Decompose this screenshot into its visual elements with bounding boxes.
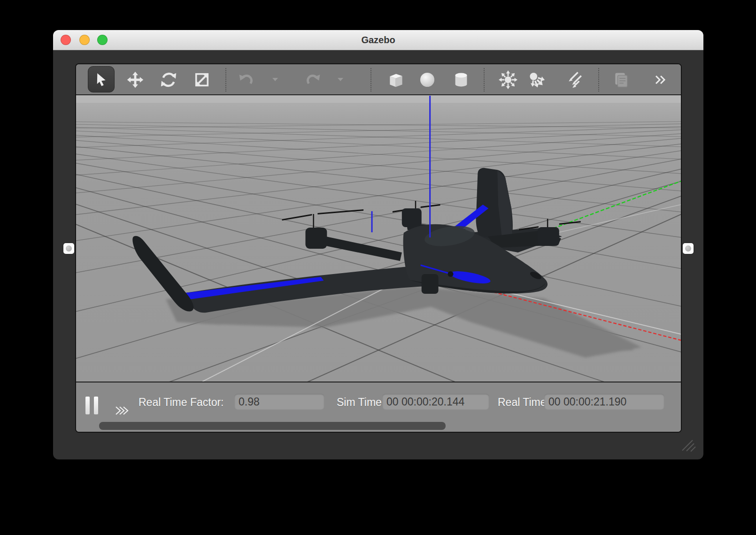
translate-tool-button[interactable] bbox=[124, 69, 147, 91]
horizontal-scrollbar-thumb[interactable] bbox=[99, 422, 446, 430]
toolbar bbox=[76, 64, 681, 95]
rotor-pod bbox=[538, 227, 559, 246]
main-panel: Real Time Factor: 0.98 Sim Time: 00 00:0… bbox=[75, 63, 682, 433]
insert-box-button[interactable] bbox=[384, 69, 407, 91]
real-time-value[interactable]: 00 00:00:21.190 bbox=[544, 394, 664, 410]
render-viewport[interactable] bbox=[76, 95, 681, 382]
sphere-shape-icon bbox=[418, 71, 436, 89]
resize-grip[interactable] bbox=[674, 432, 697, 452]
right-splitter-handle[interactable] bbox=[683, 243, 694, 254]
step-expand-button[interactable] bbox=[115, 405, 131, 418]
spot-light-icon bbox=[527, 70, 546, 89]
scale-arrows-icon bbox=[193, 71, 210, 88]
sky bbox=[76, 103, 681, 120]
insert-sphere-button[interactable] bbox=[416, 69, 439, 91]
undo-history-button[interactable] bbox=[268, 69, 283, 91]
toolbar-separator bbox=[370, 68, 371, 92]
select-tool-button[interactable] bbox=[88, 66, 115, 92]
pause-button[interactable] bbox=[85, 397, 104, 414]
sim-time-label: Sim Time: bbox=[337, 396, 385, 409]
toolbar-separator bbox=[225, 68, 226, 92]
directional-light-icon bbox=[564, 70, 583, 89]
insert-cylinder-button[interactable] bbox=[450, 69, 472, 91]
box-shape-icon bbox=[386, 71, 404, 89]
real-time-factor-value[interactable]: 0.98 bbox=[234, 394, 324, 410]
rotor-pod bbox=[422, 274, 439, 294]
window-title: Gazebo bbox=[53, 30, 703, 50]
real-time-factor-label: Real Time Factor: bbox=[139, 396, 224, 409]
resize-grip-icon bbox=[674, 432, 697, 452]
paste-button[interactable] bbox=[609, 69, 632, 91]
handle-dot-icon bbox=[685, 245, 691, 252]
redo-arrow-icon bbox=[305, 71, 322, 88]
toolbar-separator bbox=[484, 68, 485, 92]
more-tools-button[interactable] bbox=[649, 69, 672, 91]
titlebar[interactable]: Gazebo bbox=[53, 30, 703, 50]
rotor-pod bbox=[305, 228, 327, 249]
point-light-button[interactable] bbox=[497, 69, 519, 91]
toolbar-separator bbox=[598, 68, 599, 92]
sky-band bbox=[76, 95, 681, 103]
documents-icon bbox=[612, 71, 630, 89]
redo-history-button[interactable] bbox=[333, 69, 348, 91]
redo-button[interactable] bbox=[302, 69, 324, 91]
cursor-arrow-icon bbox=[94, 72, 108, 86]
gazebo-window: Gazebo bbox=[53, 30, 703, 459]
undo-button[interactable] bbox=[235, 69, 257, 91]
spot-light-button[interactable] bbox=[525, 69, 548, 91]
sim-time-value[interactable]: 00 00:00:20.144 bbox=[382, 394, 489, 410]
double-chevron-right-icon bbox=[655, 75, 667, 85]
undo-arrow-icon bbox=[238, 71, 255, 88]
point-light-icon bbox=[499, 70, 517, 89]
rotate-arrows-icon bbox=[160, 71, 177, 88]
real-time-label: Real Time: bbox=[498, 396, 549, 409]
directional-light-button[interactable] bbox=[563, 69, 585, 91]
rotor-pod bbox=[402, 208, 422, 227]
cylinder-shape-icon bbox=[452, 71, 470, 89]
chevron-down-icon bbox=[272, 78, 278, 82]
pause-icon bbox=[94, 397, 98, 414]
move-arrows-icon bbox=[127, 71, 144, 88]
chevron-down-icon bbox=[338, 78, 343, 82]
pause-icon bbox=[85, 397, 90, 414]
rotate-tool-button[interactable] bbox=[157, 69, 180, 91]
handle-dot-icon bbox=[66, 245, 72, 252]
scale-tool-button[interactable] bbox=[191, 69, 213, 91]
statusbar: Real Time Factor: 0.98 Sim Time: 00 00:0… bbox=[76, 382, 681, 432]
scene-canvas bbox=[76, 95, 681, 382]
left-splitter-handle[interactable] bbox=[63, 243, 74, 254]
double-chevron-right-icon bbox=[115, 411, 131, 418]
